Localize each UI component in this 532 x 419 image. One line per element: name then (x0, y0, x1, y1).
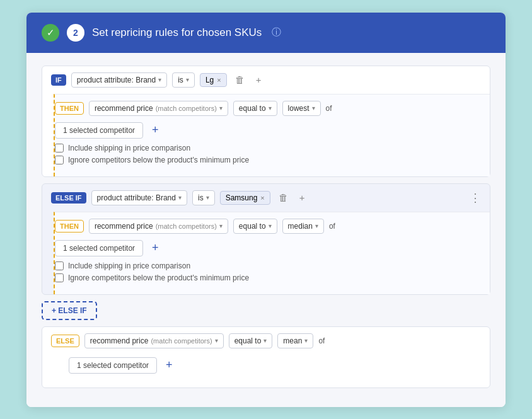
close-icon[interactable]: × (260, 194, 264, 202)
action-sub-if: (match competitors) (156, 105, 217, 112)
more-options-icon[interactable]: ⋮ (470, 191, 481, 205)
if-rule-block: IF product attribute: Brand ▾ is ▾ Lg × … (42, 66, 490, 177)
operator-select-then-if[interactable]: equal to ▾ (233, 101, 277, 116)
metric-select-if[interactable]: lowest ▾ (282, 101, 321, 116)
else-badge: ELSE (51, 335, 79, 347)
else-competitor-section: 1 selected competitor + (42, 355, 490, 387)
metric-select-else-if[interactable]: median ▾ (282, 219, 324, 234)
add-competitor-else-if-button[interactable]: + (148, 240, 163, 256)
else-rule-block: ELSE recommend price (match competitors)… (42, 326, 490, 388)
content-area: IF product attribute: Brand ▾ is ▾ Lg × … (26, 53, 506, 407)
chevron-down-icon: ▾ (206, 194, 209, 201)
if-badge: IF (51, 74, 66, 86)
competitor-row-if: 1 selected competitor + (55, 122, 481, 139)
chevron-down-icon: ▾ (219, 105, 223, 112)
attribute-select-if[interactable]: product attribute: Brand ▾ (71, 72, 167, 88)
competitor-select-if[interactable]: 1 selected competitor (55, 122, 143, 139)
main-card: ✓ 2 Set repricing rules for chosen SKUs … (26, 13, 506, 407)
chevron-down-icon: ▾ (215, 337, 218, 344)
competitor-row-else-if: 1 selected competitor + (55, 240, 481, 256)
action-select-else-if[interactable]: recommend price (match competitors) ▾ (89, 219, 228, 234)
chevron-down-icon: ▾ (304, 337, 308, 344)
else-if-badge: ELSE IF (51, 192, 86, 204)
of-label-else-if: of (329, 222, 335, 231)
action-sub-else-if: (match competitors) (156, 222, 217, 230)
else-row: ELSE recommend price (match competitors)… (42, 327, 490, 355)
shipping-label-if: Include shipping in price comparison (68, 144, 190, 152)
chevron-down-icon: ▾ (269, 222, 272, 229)
operator-select-if[interactable]: is ▾ (172, 72, 195, 88)
shipping-checkbox-if[interactable] (55, 144, 64, 152)
metric-select-else[interactable]: mean ▾ (277, 333, 313, 348)
action-select-if[interactable]: recommend price (match competitors) ▾ (89, 101, 228, 116)
chevron-down-icon: ▾ (186, 76, 189, 83)
chevron-down-icon: ▾ (219, 222, 223, 229)
chevron-down-icon: ▾ (312, 105, 315, 112)
then-badge-if: THEN (55, 102, 84, 115)
step-check-icon: ✓ (42, 24, 59, 42)
add-competitor-if-button[interactable]: + (148, 122, 163, 138)
then-row-else-if: THEN recommend price (match competitors)… (55, 219, 481, 234)
operator-select-else[interactable]: equal to ▾ (229, 333, 273, 348)
chevron-down-icon: ▾ (269, 105, 272, 112)
then-section-if: THEN recommend price (match competitors)… (54, 94, 490, 176)
else-if-rule-block: ELSE IF product attribute: Brand ▾ is ▾ … (42, 183, 490, 295)
if-condition-row: IF product attribute: Brand ▾ is ▾ Lg × … (42, 66, 490, 94)
ignore-label-if: Ignore competitors below the product's m… (68, 156, 249, 164)
delete-else-if-button[interactable]: 🗑 (275, 190, 291, 205)
action-sub-else: (match competitors) (151, 337, 212, 345)
add-else-if-button[interactable]: + ELSE IF (42, 301, 97, 320)
tag-samsung: Samsung × (220, 191, 270, 205)
tag-lg: Lg × (200, 73, 227, 87)
competitor-row-else: 1 selected competitor + (69, 357, 481, 374)
operator-select-then-else-if[interactable]: equal to ▾ (233, 219, 277, 234)
competitor-select-else[interactable]: 1 selected competitor (69, 357, 157, 374)
page-title: Set repricing rules for chosen SKUs (92, 26, 262, 39)
of-label-else: of (318, 336, 325, 345)
shipping-label-else-if: Include shipping in price comparison (68, 261, 190, 270)
competitor-select-else-if[interactable]: 1 selected competitor (55, 240, 143, 256)
of-label-if: of (326, 104, 332, 113)
chevron-down-icon: ▾ (158, 76, 161, 83)
ignore-label-else-if: Ignore competitors below the product's m… (68, 273, 249, 282)
then-section-else-if: THEN recommend price (match competitors)… (54, 212, 490, 294)
ignore-checkbox-else-if[interactable] (55, 273, 64, 282)
add-competitor-else-button[interactable]: + (162, 357, 176, 373)
chevron-down-icon: ▾ (315, 222, 318, 229)
chevron-down-icon: ▾ (178, 194, 182, 201)
add-condition-if-button[interactable]: + (253, 72, 265, 87)
attribute-select-else-if[interactable]: product attribute: Brand ▾ (91, 190, 187, 205)
info-icon: ⓘ (272, 26, 281, 38)
close-icon[interactable]: × (217, 76, 221, 84)
delete-if-button[interactable]: 🗑 (232, 72, 248, 87)
then-row-if: THEN recommend price (match competitors)… (55, 101, 481, 116)
step-number: 2 (67, 24, 84, 42)
shipping-checkbox-else-if[interactable] (55, 261, 64, 270)
checkbox-shipping-else-if: Include shipping in price comparison (55, 261, 481, 270)
action-select-else[interactable]: recommend price (match competitors) ▾ (84, 333, 224, 348)
operator-select-else-if[interactable]: is ▾ (192, 190, 215, 205)
checkbox-ignore-else-if: Ignore competitors below the product's m… (55, 273, 481, 282)
checkbox-shipping-if: Include shipping in price comparison (55, 144, 481, 152)
chevron-down-icon: ▾ (263, 337, 267, 344)
checkbox-ignore-if: Ignore competitors below the product's m… (55, 156, 481, 164)
ignore-checkbox-if[interactable] (55, 156, 64, 164)
then-badge-else-if: THEN (55, 220, 84, 232)
header: ✓ 2 Set repricing rules for chosen SKUs … (26, 13, 506, 53)
else-if-condition-row: ELSE IF product attribute: Brand ▾ is ▾ … (42, 184, 490, 212)
add-condition-else-if-button[interactable]: + (296, 190, 308, 205)
